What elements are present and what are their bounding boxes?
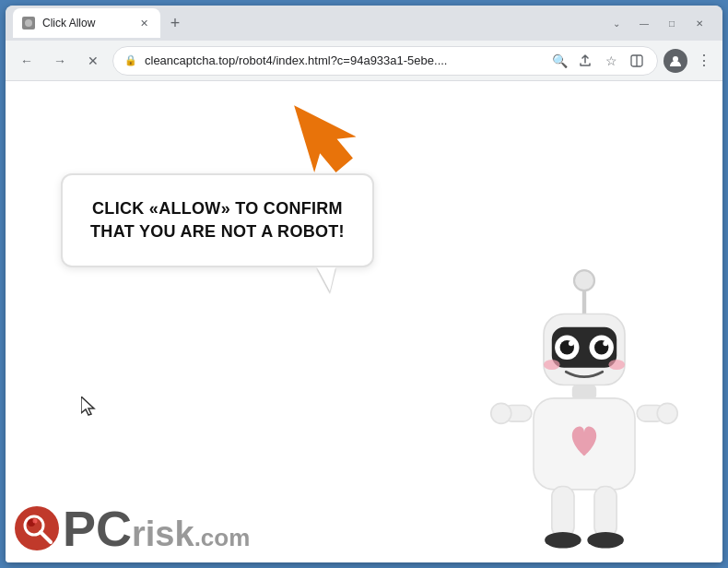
reload-icon: ✕ (88, 53, 99, 68)
menu-icon[interactable]: ⋮ (693, 48, 715, 73)
svg-rect-26 (594, 487, 616, 538)
pcrisk-text-group: PCrisk.com (63, 503, 250, 553)
svg-point-18 (608, 360, 625, 370)
new-tab-button[interactable]: + (162, 10, 188, 36)
tab-label: Click Allow (42, 17, 129, 30)
maximize-button[interactable]: □ (660, 14, 684, 32)
svg-rect-25 (552, 487, 574, 538)
robot-image (483, 258, 686, 544)
tab-strip: Click Allow ✕ + (13, 6, 601, 41)
orange-arrow-icon (273, 90, 356, 183)
pc-text: PC (63, 503, 132, 553)
svg-point-32 (33, 519, 38, 524)
forward-button[interactable]: → (46, 47, 74, 75)
address-action-icons: 🔍 ☆ (550, 52, 646, 70)
tab-favicon (22, 17, 35, 30)
reload-button[interactable]: ✕ (79, 47, 107, 75)
search-icon[interactable]: 🔍 (550, 52, 569, 70)
mouse-cursor-icon (81, 396, 98, 421)
back-button[interactable]: ← (13, 47, 41, 75)
svg-point-8 (574, 270, 594, 290)
chevron-down-button[interactable]: ⌄ (605, 14, 628, 32)
address-text: cleancaptcha.top/robot4/index.html?c=94a… (145, 53, 543, 67)
svg-rect-19 (572, 385, 596, 399)
bookmark-icon[interactable]: ☆ (602, 52, 620, 70)
profile-icon[interactable] (663, 49, 687, 73)
window-controls: ⌄ — □ ✕ (605, 14, 715, 32)
close-button[interactable]: ✕ (687, 14, 711, 32)
svg-point-28 (587, 532, 624, 549)
active-tab[interactable]: Click Allow ✕ (13, 8, 160, 38)
browser-window: Click Allow ✕ + ⌄ — □ ✕ ← → ✕ 🔒 cleancap… (6, 6, 722, 562)
svg-marker-5 (273, 90, 356, 183)
forward-icon: → (53, 53, 66, 68)
svg-point-15 (569, 341, 574, 347)
title-bar: Click Allow ✕ + ⌄ — □ ✕ (6, 6, 722, 41)
lock-icon: 🔒 (124, 54, 137, 66)
svg-point-17 (544, 360, 560, 370)
com-text: .com (194, 524, 251, 552)
svg-point-24 (657, 403, 677, 423)
pcrisk-magnifier-icon (15, 506, 59, 550)
split-view-icon[interactable] (628, 52, 646, 70)
minimize-button[interactable]: — (632, 14, 656, 32)
svg-marker-6 (81, 396, 94, 415)
back-icon: ← (20, 53, 33, 68)
bubble-text: CLICK «ALLOW» TO CONFIRM THAT YOU ARE NO… (90, 199, 345, 241)
tab-close-button[interactable]: ✕ (136, 16, 151, 30)
svg-point-23 (491, 403, 511, 423)
risk-text: risk (132, 516, 194, 551)
svg-point-0 (25, 19, 32, 27)
svg-point-27 (545, 532, 581, 549)
svg-point-16 (603, 341, 608, 347)
robot-svg (483, 258, 686, 562)
svg-line-30 (41, 532, 51, 542)
speech-bubble: CLICK «ALLOW» TO CONFIRM THAT YOU ARE NO… (61, 173, 374, 267)
share-icon[interactable] (576, 52, 594, 70)
pcrisk-logo: PCrisk.com (15, 503, 250, 553)
nav-bar: ← → ✕ 🔒 cleancaptcha.top/robot4/index.ht… (6, 41, 722, 81)
page-content: CLICK «ALLOW» TO CONFIRM THAT YOU ARE NO… (6, 81, 722, 562)
address-bar[interactable]: 🔒 cleancaptcha.top/robot4/index.html?c=9… (112, 46, 658, 76)
